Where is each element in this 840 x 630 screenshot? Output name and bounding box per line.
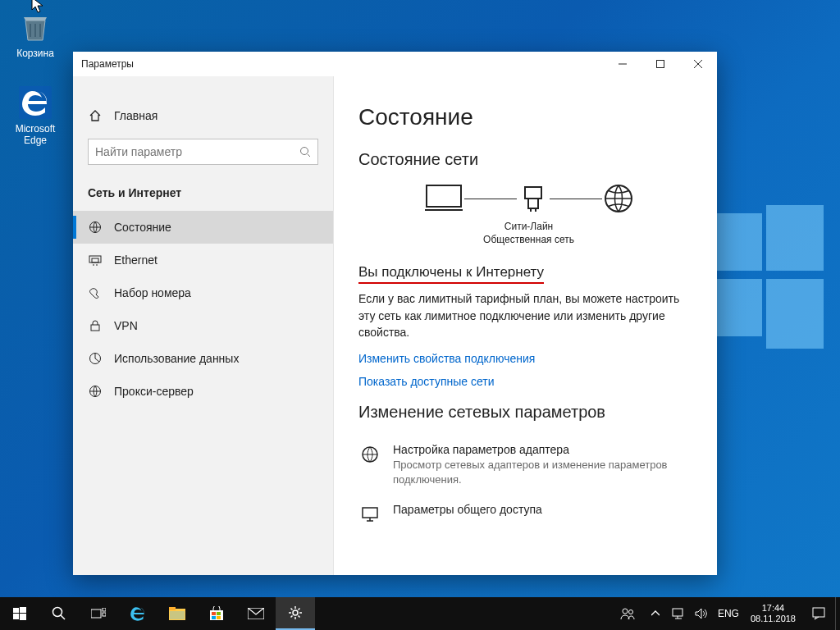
tray-language[interactable]: ENG bbox=[713, 608, 744, 619]
sidebar-item-label: Состояние bbox=[114, 221, 171, 234]
window-maximize-button[interactable] bbox=[641, 52, 679, 76]
desktop-icon-label: Корзина bbox=[5, 48, 66, 59]
sidebar-item-ethernet[interactable]: Ethernet bbox=[73, 244, 333, 276]
sidebar-item-label: Ethernet bbox=[114, 253, 158, 267]
sidebar-item-vpn[interactable]: VPN bbox=[73, 309, 333, 342]
network-diagram-labels: Сити-Лайн Общественная сеть bbox=[358, 220, 699, 246]
taskbar-search-button[interactable] bbox=[39, 597, 79, 630]
task-view-button[interactable] bbox=[79, 597, 118, 630]
svg-rect-36 bbox=[813, 608, 824, 617]
svg-rect-30 bbox=[217, 616, 221, 619]
svg-rect-21 bbox=[103, 608, 106, 611]
svg-point-33 bbox=[623, 609, 628, 614]
pc-icon bbox=[423, 182, 464, 215]
dialup-icon bbox=[88, 285, 103, 300]
taskbar-store[interactable] bbox=[197, 597, 236, 630]
window-titlebar[interactable]: Параметры bbox=[73, 52, 717, 76]
start-button[interactable] bbox=[0, 597, 39, 630]
connected-heading: Вы подключены к Интернету bbox=[358, 264, 544, 284]
tray-chevron-up-icon[interactable] bbox=[649, 607, 662, 620]
settings-window: Параметры Главная Сеть и Интернет bbox=[73, 52, 717, 575]
tray-volume-icon[interactable] bbox=[695, 607, 708, 620]
svg-rect-9 bbox=[427, 185, 461, 207]
sidebar-item-label: Прокси-сервер bbox=[114, 385, 194, 398]
vpn-icon bbox=[88, 318, 103, 333]
sidebar-category-title: Сеть и Интернет bbox=[73, 168, 333, 211]
window-title: Параметры bbox=[73, 58, 604, 70]
network-name: Сити-Лайн bbox=[358, 220, 699, 233]
link-change-connection-properties[interactable]: Изменить свойства подключения bbox=[358, 352, 699, 365]
sidebar-item-label: VPN bbox=[114, 319, 138, 332]
sharing-icon bbox=[358, 503, 381, 524]
wallpaper-windows-logo bbox=[701, 180, 840, 394]
connected-body-text: Если у вас лимитный тарифный план, вы мо… bbox=[358, 290, 699, 340]
svg-point-32 bbox=[293, 610, 298, 615]
recycle-bin-icon bbox=[18, 10, 52, 44]
svg-rect-27 bbox=[212, 612, 216, 615]
tray-people[interactable] bbox=[611, 597, 644, 630]
sidebar-item-label: Набор номера bbox=[114, 286, 191, 299]
datausage-icon bbox=[88, 351, 103, 366]
settings-sidebar: Главная Сеть и Интернет Состояние Ethern… bbox=[73, 76, 334, 575]
sidebar-item-proxy[interactable]: Прокси-сервер bbox=[73, 375, 333, 408]
svg-rect-10 bbox=[525, 187, 541, 199]
tray-time: 17:44 bbox=[751, 603, 796, 614]
svg-rect-18 bbox=[20, 614, 26, 620]
show-desktop-button[interactable] bbox=[835, 597, 840, 630]
action-center-button[interactable] bbox=[802, 597, 835, 630]
sidebar-item-status[interactable]: Состояние bbox=[73, 211, 333, 244]
taskbar[interactable]: ENG 17:44 08.11.2018 bbox=[0, 597, 840, 630]
sidebar-home[interactable]: Главная bbox=[73, 99, 333, 132]
mouse-cursor bbox=[31, 0, 44, 13]
desktop-icon-label: Microsoft Edge bbox=[5, 123, 66, 146]
taskbar-mail[interactable] bbox=[236, 597, 276, 630]
tray-clock[interactable]: 17:44 08.11.2018 bbox=[744, 603, 802, 623]
svg-rect-25 bbox=[170, 611, 185, 619]
network-status-heading: Состояние сети bbox=[358, 150, 699, 169]
option-title: Настройка параметров адаптера bbox=[393, 443, 699, 456]
svg-point-19 bbox=[53, 608, 62, 617]
network-type: Общественная сеть bbox=[358, 233, 699, 246]
svg-rect-20 bbox=[91, 609, 101, 618]
sidebar-home-label: Главная bbox=[114, 109, 158, 122]
settings-main-pane: Состояние Состояние сети Сити-Лайн Общес… bbox=[334, 76, 717, 575]
taskbar-file-explorer[interactable] bbox=[158, 597, 197, 630]
svg-rect-17 bbox=[13, 614, 19, 619]
home-icon bbox=[88, 108, 103, 123]
svg-rect-15 bbox=[13, 608, 19, 613]
sidebar-item-datausage[interactable]: Использование данных bbox=[73, 342, 333, 375]
svg-rect-29 bbox=[212, 616, 216, 619]
network-diagram bbox=[358, 182, 699, 215]
window-close-button[interactable] bbox=[679, 52, 717, 76]
page-title: Состояние bbox=[358, 104, 699, 130]
ethernet-icon bbox=[88, 253, 103, 267]
option-title: Параметры общего доступа bbox=[393, 503, 542, 516]
svg-rect-24 bbox=[169, 607, 176, 610]
window-minimize-button[interactable] bbox=[604, 52, 641, 76]
svg-rect-1 bbox=[657, 61, 664, 68]
svg-rect-11 bbox=[528, 199, 538, 208]
globe-icon bbox=[602, 182, 635, 215]
taskbar-settings[interactable] bbox=[276, 597, 315, 630]
router-icon bbox=[517, 182, 550, 215]
sidebar-item-dialup[interactable]: Набор номера bbox=[73, 276, 333, 309]
svg-rect-6 bbox=[91, 325, 99, 331]
svg-rect-28 bbox=[217, 612, 221, 615]
tray-network-icon[interactable] bbox=[672, 607, 685, 620]
edge-icon bbox=[18, 85, 52, 120]
svg-rect-16 bbox=[20, 607, 26, 613]
link-show-available-networks[interactable]: Показать доступные сети bbox=[358, 375, 699, 388]
desktop-icon-recycle-bin[interactable]: Корзина bbox=[5, 10, 66, 59]
search-input[interactable] bbox=[95, 145, 299, 158]
status-icon bbox=[88, 220, 103, 235]
svg-point-34 bbox=[628, 610, 632, 614]
sidebar-search[interactable] bbox=[88, 139, 318, 165]
svg-rect-14 bbox=[363, 508, 377, 518]
desktop-icon-edge[interactable]: Microsoft Edge bbox=[5, 85, 66, 146]
svg-rect-5 bbox=[92, 258, 98, 262]
option-desc: Просмотр сетевых адаптеров и изменение п… bbox=[393, 458, 699, 486]
taskbar-edge[interactable] bbox=[118, 597, 158, 630]
option-adapter-settings[interactable]: Настройка параметров адаптера Просмотр с… bbox=[358, 435, 699, 495]
option-sharing-settings[interactable]: Параметры общего доступа bbox=[358, 495, 699, 532]
search-icon bbox=[299, 146, 311, 158]
